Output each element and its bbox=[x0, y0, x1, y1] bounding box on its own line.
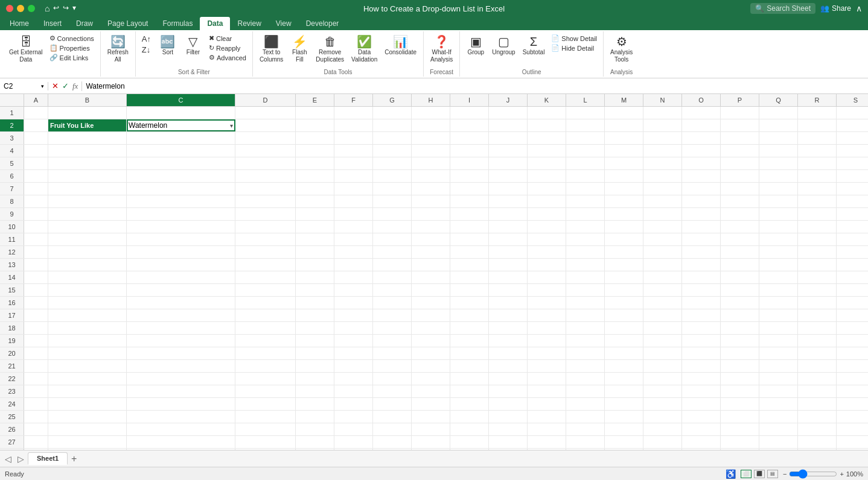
sheet-nav-prev[interactable]: ◁ bbox=[2, 454, 14, 464]
cell-p18[interactable] bbox=[721, 322, 759, 334]
cell-j6[interactable] bbox=[489, 170, 528, 182]
cell-a11[interactable] bbox=[24, 233, 48, 245]
cell-h25[interactable] bbox=[412, 411, 450, 423]
cell-o8[interactable] bbox=[682, 195, 721, 207]
minimize-button[interactable] bbox=[17, 5, 24, 12]
cell-a14[interactable] bbox=[24, 271, 48, 283]
cell-h10[interactable] bbox=[412, 221, 450, 233]
cell-e7[interactable] bbox=[296, 183, 334, 195]
cell-q14[interactable] bbox=[759, 271, 798, 283]
cell-g2[interactable] bbox=[373, 119, 412, 131]
cell-a20[interactable] bbox=[24, 347, 48, 359]
cell-i26[interactable] bbox=[450, 423, 489, 435]
row-number-26[interactable]: 26 bbox=[0, 423, 24, 435]
dropdown-arrow-c2[interactable]: ▾ bbox=[230, 122, 233, 129]
cell-n18[interactable] bbox=[643, 322, 682, 334]
cell-l25[interactable] bbox=[566, 411, 605, 423]
cell-o7[interactable] bbox=[682, 183, 721, 195]
cell-k4[interactable] bbox=[528, 145, 566, 157]
cell-c9[interactable] bbox=[127, 208, 235, 220]
cell-i10[interactable] bbox=[450, 221, 489, 233]
cell-d6[interactable] bbox=[235, 170, 296, 182]
cell-h7[interactable] bbox=[412, 183, 450, 195]
sort-az-btn[interactable]: A↑ bbox=[139, 34, 153, 44]
remove-duplicates-btn[interactable]: 🗑 RemoveDuplicates bbox=[313, 34, 347, 65]
cell-l5[interactable] bbox=[566, 157, 605, 169]
cell-s16[interactable] bbox=[837, 297, 868, 309]
cell-a10[interactable] bbox=[24, 221, 48, 233]
cell-d23[interactable] bbox=[235, 385, 296, 397]
cell-p20[interactable] bbox=[721, 347, 759, 359]
cell-r23[interactable] bbox=[798, 385, 837, 397]
cell-l19[interactable] bbox=[566, 335, 605, 347]
cell-n26[interactable] bbox=[643, 423, 682, 435]
cell-k18[interactable] bbox=[528, 322, 566, 334]
cell-f15[interactable] bbox=[334, 284, 373, 296]
cell-c22[interactable] bbox=[127, 373, 235, 385]
cell-m20[interactable] bbox=[605, 347, 643, 359]
cell-g13[interactable] bbox=[373, 259, 412, 271]
cell-c2[interactable]: Watermelon▾ bbox=[127, 119, 235, 131]
cell-e12[interactable] bbox=[296, 246, 334, 258]
cell-r14[interactable] bbox=[798, 271, 837, 283]
ungroup-btn[interactable]: ▢ Ungroup bbox=[489, 34, 518, 58]
cell-s12[interactable] bbox=[837, 246, 868, 258]
cell-h20[interactable] bbox=[412, 347, 450, 359]
cell-i15[interactable] bbox=[450, 284, 489, 296]
row-number-27[interactable]: 27 bbox=[0, 436, 24, 448]
cell-a9[interactable] bbox=[24, 208, 48, 220]
cell-g14[interactable] bbox=[373, 271, 412, 283]
cell-m2[interactable] bbox=[605, 119, 643, 131]
cell-ref-dropdown-icon[interactable]: ▾ bbox=[41, 83, 44, 89]
text-to-columns-btn[interactable]: ⬛ Text toColumns bbox=[257, 34, 286, 65]
cell-n9[interactable] bbox=[643, 208, 682, 220]
cell-n13[interactable] bbox=[643, 259, 682, 271]
cell-m8[interactable] bbox=[605, 195, 643, 207]
cell-s22[interactable] bbox=[837, 373, 868, 385]
cell-b15[interactable] bbox=[48, 284, 127, 296]
cell-n14[interactable] bbox=[643, 271, 682, 283]
cell-m17[interactable] bbox=[605, 309, 643, 321]
cell-d18[interactable] bbox=[235, 322, 296, 334]
cell-e2[interactable] bbox=[296, 119, 334, 131]
cell-l8[interactable] bbox=[566, 195, 605, 207]
cell-c7[interactable] bbox=[127, 183, 235, 195]
cell-l24[interactable] bbox=[566, 398, 605, 410]
cell-a5[interactable] bbox=[24, 157, 48, 169]
cell-e17[interactable] bbox=[296, 309, 334, 321]
cell-l21[interactable] bbox=[566, 360, 605, 372]
cell-d5[interactable] bbox=[235, 157, 296, 169]
cell-a27[interactable] bbox=[24, 436, 48, 448]
cell-m22[interactable] bbox=[605, 373, 643, 385]
cell-c6[interactable] bbox=[127, 170, 235, 182]
cell-a15[interactable] bbox=[24, 284, 48, 296]
cell-j22[interactable] bbox=[489, 373, 528, 385]
cell-l26[interactable] bbox=[566, 423, 605, 435]
cell-c12[interactable] bbox=[127, 246, 235, 258]
cell-o12[interactable] bbox=[682, 246, 721, 258]
cell-k15[interactable] bbox=[528, 284, 566, 296]
clear-btn[interactable]: ✖ Clear bbox=[206, 34, 249, 43]
cell-o25[interactable] bbox=[682, 411, 721, 423]
cell-d21[interactable] bbox=[235, 360, 296, 372]
col-header-i[interactable]: I bbox=[450, 94, 489, 106]
col-header-s[interactable]: S bbox=[837, 94, 868, 106]
zoom-slider[interactable] bbox=[789, 469, 837, 479]
cell-m6[interactable] bbox=[605, 170, 643, 182]
undo-icon[interactable]: ↩ bbox=[53, 4, 59, 13]
cell-g19[interactable] bbox=[373, 335, 412, 347]
cell-i2[interactable] bbox=[450, 119, 489, 131]
refresh-all-btn[interactable]: 🔄 RefreshAll bbox=[104, 34, 132, 65]
col-header-n[interactable]: N bbox=[643, 94, 682, 106]
cell-i16[interactable] bbox=[450, 297, 489, 309]
cell-o16[interactable] bbox=[682, 297, 721, 309]
cell-b7[interactable] bbox=[48, 183, 127, 195]
row-number-16[interactable]: 16 bbox=[0, 297, 24, 309]
cell-k6[interactable] bbox=[528, 170, 566, 182]
cell-l16[interactable] bbox=[566, 297, 605, 309]
cell-l23[interactable] bbox=[566, 385, 605, 397]
cell-n27[interactable] bbox=[643, 436, 682, 448]
tab-home[interactable]: Home bbox=[2, 17, 36, 30]
cell-q13[interactable] bbox=[759, 259, 798, 271]
cell-i19[interactable] bbox=[450, 335, 489, 347]
